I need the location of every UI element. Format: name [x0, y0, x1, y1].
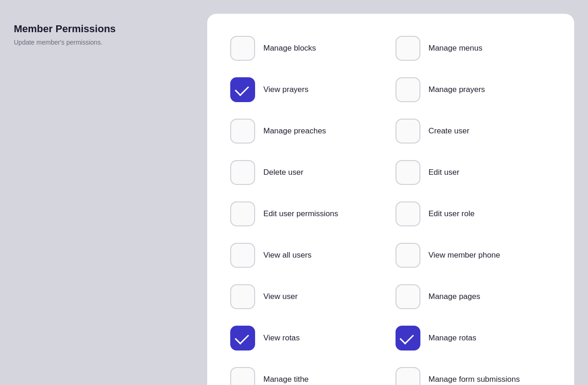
- permission-item-view-member-phone: View member phone: [391, 235, 556, 276]
- checkbox-view-all-users[interactable]: [230, 243, 255, 268]
- label-manage-form-submissions: Manage form submissions: [429, 375, 520, 384]
- checkbox-manage-prayers[interactable]: [396, 77, 420, 102]
- permission-item-view-rotas: View rotas: [226, 317, 391, 359]
- label-manage-rotas: Manage rotas: [429, 333, 477, 343]
- checkbox-manage-menus[interactable]: [396, 36, 420, 61]
- checkbox-manage-pages[interactable]: [396, 284, 420, 309]
- checkbox-create-user[interactable]: [396, 119, 420, 144]
- permission-item-view-prayers: View prayers: [226, 69, 391, 110]
- label-view-member-phone: View member phone: [429, 251, 501, 260]
- main-content: Manage blocksManage menusView prayersMan…: [203, 0, 588, 385]
- permission-item-manage-menus: Manage menus: [391, 28, 556, 69]
- label-manage-tithe: Manage tithe: [263, 375, 309, 384]
- permissions-card: Manage blocksManage menusView prayersMan…: [207, 14, 574, 385]
- permission-item-edit-user-permissions: Edit user permissions: [226, 193, 391, 235]
- label-view-user: View user: [263, 292, 297, 301]
- permission-item-edit-user-role: Edit user role: [391, 193, 556, 235]
- label-manage-pages: Manage pages: [429, 292, 480, 301]
- label-manage-blocks: Manage blocks: [263, 44, 316, 53]
- permission-item-manage-tithe: Manage tithe: [226, 359, 391, 385]
- checkbox-view-user[interactable]: [230, 284, 255, 309]
- permission-item-manage-form-submissions: Manage form submissions: [391, 359, 556, 385]
- permission-item-manage-preaches: Manage preaches: [226, 110, 391, 152]
- checkbox-manage-form-submissions[interactable]: [396, 367, 420, 385]
- permission-item-create-user: Create user: [391, 110, 556, 152]
- checkbox-edit-user[interactable]: [396, 160, 420, 185]
- checkbox-manage-rotas[interactable]: [396, 326, 420, 351]
- label-manage-preaches: Manage preaches: [263, 126, 326, 136]
- permission-item-delete-user: Delete user: [226, 152, 391, 193]
- permission-item-view-user: View user: [226, 276, 391, 317]
- permission-item-manage-rotas: Manage rotas: [391, 317, 556, 359]
- permissions-grid: Manage blocksManage menusView prayersMan…: [226, 28, 556, 385]
- checkbox-view-member-phone[interactable]: [396, 243, 420, 268]
- checkbox-edit-user-permissions[interactable]: [230, 201, 255, 226]
- label-delete-user: Delete user: [263, 168, 303, 177]
- checkbox-manage-tithe[interactable]: [230, 367, 255, 385]
- sidebar: Member Permissions Update member's permi…: [0, 0, 203, 385]
- checkbox-manage-preaches[interactable]: [230, 119, 255, 144]
- checkbox-view-rotas[interactable]: [230, 326, 255, 351]
- checkbox-manage-blocks[interactable]: [230, 36, 255, 61]
- checkbox-edit-user-role[interactable]: [396, 201, 420, 226]
- permission-item-manage-pages: Manage pages: [391, 276, 556, 317]
- permission-item-manage-blocks: Manage blocks: [226, 28, 391, 69]
- permission-item-manage-prayers: Manage prayers: [391, 69, 556, 110]
- label-view-all-users: View all users: [263, 251, 312, 260]
- permission-item-edit-user: Edit user: [391, 152, 556, 193]
- label-manage-menus: Manage menus: [429, 44, 483, 53]
- label-view-prayers: View prayers: [263, 85, 309, 94]
- label-edit-user-role: Edit user role: [429, 209, 475, 218]
- label-create-user: Create user: [429, 126, 470, 136]
- label-manage-prayers: Manage prayers: [429, 85, 485, 94]
- page-subtitle: Update member's permissions.: [14, 39, 189, 46]
- label-view-rotas: View rotas: [263, 333, 300, 343]
- checkbox-delete-user[interactable]: [230, 160, 255, 185]
- permission-item-view-all-users: View all users: [226, 235, 391, 276]
- label-edit-user-permissions: Edit user permissions: [263, 209, 338, 218]
- page-title: Member Permissions: [14, 23, 189, 35]
- checkbox-view-prayers[interactable]: [230, 77, 255, 102]
- label-edit-user: Edit user: [429, 168, 460, 177]
